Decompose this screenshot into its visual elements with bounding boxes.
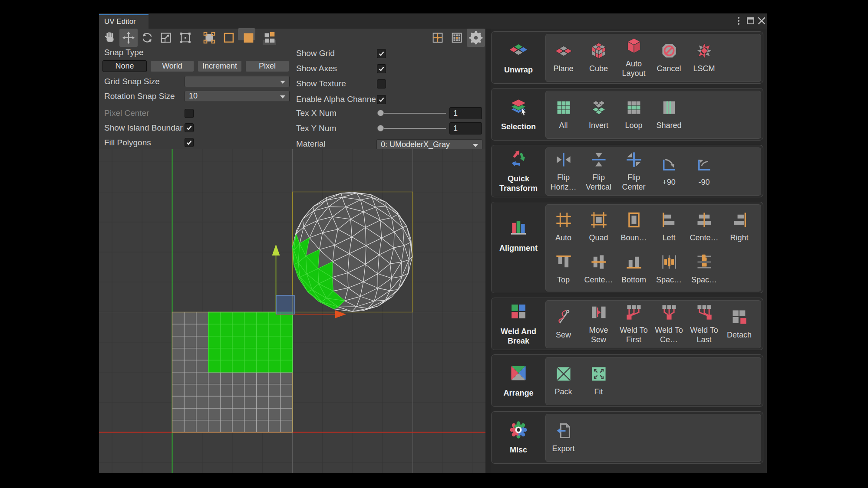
panel-button-icon xyxy=(555,308,572,328)
panel-button-icon xyxy=(625,304,643,323)
panel-button-icon xyxy=(696,156,713,175)
tex-y-value[interactable]: 1 xyxy=(449,122,482,134)
panel-button-icon xyxy=(625,37,643,56)
face-mode[interactable] xyxy=(239,29,257,47)
panel-button[interactable]: Auto Layout xyxy=(616,37,651,78)
panel-button[interactable]: Plane xyxy=(546,37,581,78)
tex-y-slider[interactable] xyxy=(380,128,446,129)
panel-button[interactable]: Flip Center xyxy=(616,151,651,192)
panel-button[interactable]: Weld To First xyxy=(616,304,651,344)
panel-button[interactable]: Cube xyxy=(581,37,616,78)
snap-option-button[interactable]: Pixel xyxy=(245,60,289,72)
panel-button[interactable]: Quad xyxy=(581,206,616,248)
panel-button[interactable]: Boun… xyxy=(616,206,651,248)
show-island-boundary-checkbox[interactable] xyxy=(185,123,194,132)
panel-button[interactable]: All xyxy=(546,99,581,131)
vertex-mode[interactable] xyxy=(200,29,218,47)
panel-button-icon xyxy=(625,151,643,170)
panel-button[interactable]: Flip Horiz… xyxy=(546,151,581,192)
panel-button[interactable]: Left xyxy=(651,206,686,248)
panel-button[interactable]: Export xyxy=(546,422,581,454)
kebab-menu-icon[interactable] xyxy=(733,14,744,27)
grid-view[interactable] xyxy=(448,29,466,47)
show-texture-checkbox[interactable] xyxy=(377,79,386,88)
maximize-icon[interactable] xyxy=(745,14,756,27)
panel-button-icon xyxy=(696,211,713,230)
group-misc-header: Misc xyxy=(492,412,545,463)
panel-button[interactable]: Pack xyxy=(546,365,581,397)
panel-button[interactable]: Top xyxy=(546,248,581,290)
tiling-view[interactable] xyxy=(429,29,447,47)
snap-option-button[interactable]: Increment xyxy=(198,60,242,72)
edge-mode[interactable] xyxy=(220,29,238,47)
panel-button-icon xyxy=(660,42,678,61)
panel-button[interactable]: Spac… xyxy=(686,248,722,290)
uv-canvas[interactable] xyxy=(99,149,485,473)
group-arrange-header: Arrange xyxy=(492,355,545,406)
weld-and-break-icon xyxy=(509,302,528,323)
panel-button[interactable]: Right xyxy=(722,206,757,248)
panel-button-icon xyxy=(696,304,713,323)
panel-button[interactable]: Shared xyxy=(651,99,686,131)
panel-button[interactable]: Weld To Last xyxy=(686,304,722,344)
panel-button-icon xyxy=(660,211,678,230)
panel-button-icon xyxy=(555,42,572,61)
panel-button[interactable]: -90 xyxy=(686,151,722,192)
tex-x-slider-knob[interactable] xyxy=(377,110,384,116)
panel-button[interactable]: Move Sew xyxy=(581,304,616,344)
panel-button-icon xyxy=(590,304,607,323)
show-texture-label: Show Texture xyxy=(296,79,346,88)
panel-button[interactable]: Fit xyxy=(581,365,616,397)
dropdown-arrow-icon xyxy=(280,81,285,84)
panel-button[interactable]: Cente… xyxy=(686,206,722,248)
group-alignment: Alignment Auto Quad Boun… xyxy=(491,202,763,293)
snap-option-button[interactable]: World xyxy=(150,60,194,72)
panel-button[interactable]: LSCM xyxy=(686,37,722,78)
island-mode[interactable] xyxy=(260,29,278,47)
panel-button[interactable]: Flip Vertical xyxy=(581,151,616,192)
group-selection: Selection All Invert Loop xyxy=(491,88,763,141)
panel-button[interactable]: Cancel xyxy=(651,37,686,78)
move-tool[interactable] xyxy=(119,29,138,47)
snap-option-button[interactable]: None xyxy=(102,60,147,72)
pixel-center-checkbox[interactable] xyxy=(185,109,194,118)
pixel-center-label: Pixel Center xyxy=(104,108,149,118)
panel-button[interactable]: Loop xyxy=(616,99,651,131)
panel-button[interactable]: Invert xyxy=(581,99,616,131)
enable-alpha-checkbox[interactable] xyxy=(377,95,386,104)
scale-tool[interactable] xyxy=(157,29,175,47)
show-axes-checkbox[interactable] xyxy=(377,64,386,73)
panel-button[interactable]: Auto xyxy=(546,206,581,248)
close-icon[interactable] xyxy=(756,14,767,27)
panel-button-icon xyxy=(590,253,607,272)
group-arrange: Arrange Pack Fit xyxy=(491,354,763,407)
gizmo-xy-handle xyxy=(276,295,294,314)
panel-button[interactable]: Spac… xyxy=(651,248,686,290)
fill-polygons-checkbox[interactable] xyxy=(185,138,194,147)
check-icon xyxy=(378,50,385,57)
panel-button[interactable]: +90 xyxy=(651,151,686,192)
tex-x-value[interactable]: 1 xyxy=(449,107,482,119)
panel-button-icon xyxy=(696,42,713,61)
rotate-tool[interactable] xyxy=(138,29,156,47)
rotation-snap-dropdown[interactable]: 10 xyxy=(185,91,290,102)
panel-button[interactable]: Cente… xyxy=(581,248,616,290)
rect-tool[interactable] xyxy=(176,29,195,47)
uv-editor-panel: Snap Type None World Increment Pixel Gri… xyxy=(99,29,485,473)
panel-button[interactable]: Detach xyxy=(722,304,757,344)
settings[interactable] xyxy=(467,29,485,47)
panel-button-icon xyxy=(625,211,643,230)
pan-tool[interactable] xyxy=(101,29,119,47)
grid-snap-dropdown[interactable] xyxy=(185,76,290,87)
panel-button[interactable]: Weld To Ce… xyxy=(651,304,686,344)
fill-polygons-label: Fill Polygons xyxy=(104,138,151,147)
tab-uv-editor[interactable]: UV Editor xyxy=(99,14,149,29)
tex-x-slider[interactable] xyxy=(380,113,446,114)
group-weld-and-break-header: Weld And Break xyxy=(492,298,545,350)
tex-y-slider-knob[interactable] xyxy=(377,125,384,131)
panel-button-icon xyxy=(731,211,748,230)
show-grid-checkbox[interactable] xyxy=(377,49,386,58)
tab-title: UV Editor xyxy=(104,17,136,26)
panel-button[interactable]: Sew xyxy=(546,304,581,344)
panel-button[interactable]: Bottom xyxy=(616,248,651,290)
